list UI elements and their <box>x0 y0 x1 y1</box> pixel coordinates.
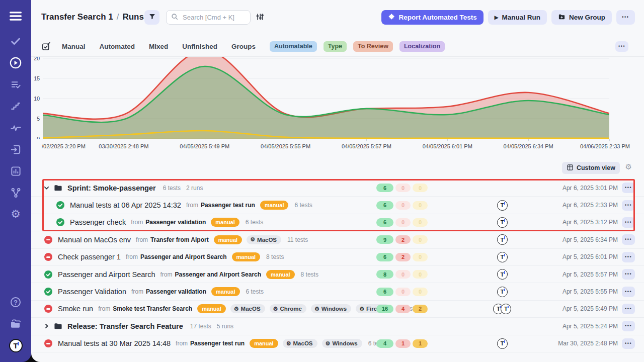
row-more-button[interactable]: ••• <box>622 321 635 331</box>
tag-pill-localization[interactable]: Localization <box>399 41 445 52</box>
result-badges: 620 <box>376 253 428 261</box>
row-more-button[interactable]: ••• <box>622 234 635 245</box>
run-row[interactable]: Check passenger 1fromPassenger and Airpo… <box>31 249 644 266</box>
logo-icon[interactable]: T <box>8 338 23 352</box>
branches-icon[interactable] <box>8 186 23 200</box>
row-more-button[interactable]: ••• <box>622 200 635 211</box>
run-source[interactable]: Transfer from Aiport <box>150 236 209 243</box>
row-more-button[interactable]: ••• <box>622 183 635 193</box>
import-icon[interactable] <box>8 142 23 156</box>
new-group-button[interactable]: New Group <box>551 10 612 25</box>
run-row[interactable]: Passenger and Airport SearchfromPassenge… <box>31 266 644 283</box>
group-row[interactable]: Release: Transfer Search Feature17 tests… <box>31 318 644 335</box>
failed-count-badge: 0 <box>395 270 411 279</box>
group-meta: 6 tests2 runs <box>163 185 203 192</box>
run-source[interactable]: Passenger test run <box>201 202 255 209</box>
tag-manual[interactable]: manual <box>211 218 239 227</box>
tag-manual[interactable]: manual <box>211 287 240 296</box>
help-icon[interactable]: ? <box>8 295 23 309</box>
run-title[interactable]: Smoke run <box>58 305 93 313</box>
tab-mixed[interactable]: Mixed <box>149 43 168 50</box>
run-title[interactable]: Manual tests at 06 Apr 2025 14:32 <box>70 201 181 209</box>
tag-manual[interactable]: manual <box>260 201 289 210</box>
failed-count-badge: 0 <box>395 288 411 296</box>
assignee-avatars: T <box>489 338 515 349</box>
analytics-icon[interactable] <box>8 164 23 178</box>
run-source[interactable]: Passenger validation <box>145 219 206 226</box>
assignee-avatars: T <box>489 200 515 211</box>
chevron-down-icon[interactable] <box>43 185 50 191</box>
tag-manual[interactable]: manual <box>266 270 295 279</box>
tag-manual[interactable]: manual <box>197 304 226 313</box>
tag-manual[interactable]: manual <box>250 339 278 348</box>
tab-manual[interactable]: Manual <box>62 43 86 50</box>
passed-count-badge: 9 <box>376 235 393 244</box>
tab-unfinished[interactable]: Unfinished <box>182 43 217 50</box>
tests-icon[interactable] <box>8 34 23 48</box>
run-row[interactable]: Manual tests at 06 Apr 2025 14:32fromPas… <box>31 197 644 214</box>
row-more-button[interactable]: ••• <box>622 252 635 262</box>
tag-manual[interactable]: manual <box>232 252 261 261</box>
run-row[interactable]: Smoke runfromSmoke test Transfer Searchm… <box>31 301 644 318</box>
gear-icon: ⚙ <box>326 341 331 346</box>
adjustments-icon[interactable] <box>255 13 264 23</box>
run-row[interactable]: Passenger checkfromPassenger validationm… <box>31 214 644 231</box>
folder-icon <box>54 322 62 330</box>
tags-more-button[interactable]: ••• <box>615 41 628 52</box>
run-row[interactable]: Manual tests at 30 Mar 2025 14:48fromPas… <box>31 335 644 352</box>
row-more-button[interactable]: ••• <box>622 287 635 297</box>
run-source[interactable]: Passenger and Airport Search <box>140 253 227 260</box>
skipped-count-badge: 0 <box>413 270 428 279</box>
run-source[interactable]: Smoke test Transfer Search <box>113 305 192 312</box>
run-source[interactable]: Passenger validation <box>146 288 206 295</box>
tag-pill-automatable[interactable]: Automatable <box>270 41 317 52</box>
tag-manual[interactable]: manual <box>214 235 243 244</box>
steps-icon[interactable] <box>8 99 23 113</box>
run-source[interactable]: Passenger test run <box>190 340 245 347</box>
run-title[interactable]: Passenger check <box>70 218 126 226</box>
search-input[interactable] <box>182 13 246 22</box>
manual-run-button[interactable]: ▶ Manual Run <box>488 10 547 25</box>
tab-automated[interactable]: Automated <box>100 43 135 50</box>
runs-icon[interactable] <box>8 56 23 70</box>
tab-groups[interactable]: Groups <box>231 43 256 50</box>
run-title[interactable]: Check passenger 1 <box>58 253 121 261</box>
run-title[interactable]: Manual tests at 30 Mar 2025 14:48 <box>58 339 171 347</box>
run-title[interactable]: Passenger and Airport Search <box>58 270 155 279</box>
breadcrumb-project[interactable]: Transfer Search 1 <box>41 12 113 22</box>
select-runs-icon[interactable] <box>41 42 51 51</box>
header-more-button[interactable]: ••• <box>616 10 635 25</box>
run-title[interactable]: Manual on MacOs env <box>58 236 131 244</box>
run-row[interactable]: Passenger ValidationfromPassenger valida… <box>31 283 644 300</box>
filter-button[interactable] <box>144 10 159 25</box>
gear-icon: ⚙ <box>314 306 319 312</box>
x-axis-label: 04/05/2025 5:57 PM <box>342 143 391 149</box>
projects-icon[interactable] <box>8 317 23 331</box>
run-source[interactable]: Passenger and Airport Search <box>175 271 261 278</box>
menu-icon[interactable] <box>8 9 23 23</box>
settings-icon[interactable]: ⚙ <box>8 207 23 221</box>
group-title[interactable]: Sprint: Smoke-passenger <box>67 184 156 192</box>
row-more-button[interactable]: ••• <box>622 269 635 280</box>
tag-pill-type[interactable]: Type <box>324 41 347 52</box>
status-failed-icon <box>44 305 52 313</box>
report-automated-tests-button[interactable]: Report Automated Tests <box>381 10 484 25</box>
from-label: from <box>186 202 198 209</box>
row-more-button[interactable]: ••• <box>622 304 635 314</box>
row-more-button[interactable]: ••• <box>622 217 635 228</box>
run-row[interactable]: Manual on MacOs envfromTransfer from Aip… <box>31 231 644 248</box>
group-title[interactable]: Release: Transfer Search Feature <box>67 322 183 330</box>
view-settings-gear-icon[interactable]: ⚙ <box>625 163 632 170</box>
breadcrumb: Transfer Search 1/Runs <box>41 12 144 22</box>
row-more-button[interactable]: ••• <box>622 338 635 349</box>
tag-pill-to-review[interactable]: To Review <box>353 41 393 52</box>
plans-icon[interactable] <box>8 77 23 92</box>
pulse-icon[interactable] <box>8 121 23 135</box>
filter-bar: ManualAutomatedMixedUnfinishedGroupsAuto… <box>41 40 644 52</box>
skipped-count-badge: 0 <box>413 218 428 227</box>
run-title[interactable]: Passenger Validation <box>58 288 126 296</box>
custom-view-button[interactable]: Custom view <box>562 162 620 174</box>
group-row[interactable]: Sprint: Smoke-passenger6 tests2 runs600A… <box>31 179 644 197</box>
run-date: Mar 30, 2025 2:48 PM <box>558 340 618 347</box>
chevron-right-icon[interactable] <box>43 323 50 329</box>
